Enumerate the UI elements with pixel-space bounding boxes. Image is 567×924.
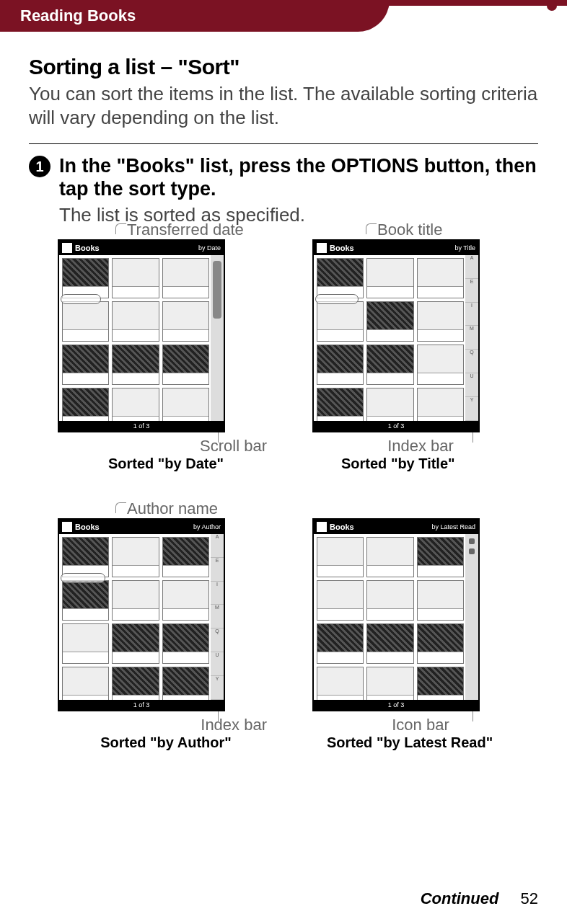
device-frame: Books by Title (312, 239, 480, 432)
breadcrumb-text: Reading Books (20, 6, 136, 25)
icon-bar[interactable] (465, 534, 478, 700)
index-letter[interactable]: I (465, 303, 478, 326)
book-thumb (317, 258, 364, 298)
screenshot-by-title: Book title Books by Title (312, 239, 529, 472)
device-footer: 1 of 3 (314, 700, 478, 710)
callout-index-bar: Index bar (58, 716, 274, 734)
highlight-date-pill (61, 294, 101, 304)
index-bar[interactable]: AEIMQUY (211, 534, 224, 700)
book-thumb (162, 580, 209, 621)
book-thumb (366, 258, 413, 298)
header-dot-icon (547, 1, 557, 11)
book-thumb (317, 345, 364, 385)
leader-line (218, 711, 219, 721)
book-thumb (417, 301, 464, 342)
book-thumb (317, 580, 364, 621)
book-thumb (162, 301, 209, 342)
index-letter[interactable]: M (465, 326, 478, 350)
index-letter[interactable]: I (211, 582, 224, 605)
book-thumb (112, 345, 159, 385)
highlight-title-pill (315, 294, 359, 304)
step-number-badge: 1 (29, 156, 50, 177)
book-grid (317, 258, 464, 428)
book-thumb (366, 537, 413, 577)
device-body (59, 255, 211, 421)
step-body: In the "Books" list, press the OPTIONS b… (59, 154, 538, 226)
caption-by-date: Sorted "by Date" (58, 456, 274, 472)
book-grid (317, 537, 464, 707)
divider (29, 143, 538, 144)
index-letter[interactable]: E (211, 558, 224, 582)
books-icon (317, 522, 327, 532)
device-frame: Books by Date (58, 239, 225, 432)
book-thumb (417, 580, 464, 621)
device-title: Books (330, 244, 354, 252)
scroll-bar[interactable] (211, 255, 224, 421)
index-letter[interactable]: E (465, 279, 478, 303)
book-thumb (366, 301, 413, 342)
books-icon (317, 243, 327, 253)
index-bar[interactable]: AEIMQUY (465, 255, 478, 421)
section-intro: You can sort the items in the list. The … (29, 82, 538, 129)
book-thumb (112, 537, 159, 577)
callout-index-bar: Index bar (312, 437, 529, 456)
sort-mode-label: by Title (454, 244, 475, 252)
book-thumb (366, 623, 413, 664)
book-thumb (417, 258, 464, 298)
sort-mode-label: by Date (198, 244, 221, 252)
book-thumb (417, 345, 464, 385)
screenshot-grid: Transferred date Books by Date (29, 239, 538, 751)
book-thumb (62, 537, 109, 577)
device-title: Books (75, 523, 100, 531)
book-thumb (417, 537, 464, 577)
screenshot-by-date: Transferred date Books by Date (58, 239, 274, 472)
book-thumb (317, 301, 364, 342)
book-thumb (317, 537, 364, 577)
page-header: Reading Books (29, 0, 538, 35)
device-body (59, 534, 211, 700)
device-footer: 1 of 3 (314, 421, 478, 431)
device-header: Books by Author (59, 520, 224, 534)
book-thumb (162, 623, 209, 664)
caption-by-title: Sorted "by Title" (312, 456, 529, 472)
device-header: Books by Latest Read (314, 520, 478, 534)
device-footer: 1 of 3 (59, 421, 224, 431)
callout-scroll-bar: Scroll bar (58, 437, 274, 456)
manual-page: Reading Books Sorting a list – "Sort" Yo… (0, 0, 567, 924)
book-thumb (62, 580, 109, 621)
device-body (314, 534, 465, 700)
index-letter[interactable]: M (211, 605, 224, 628)
screenshot-by-author: Author name Books by Author (58, 518, 274, 751)
icon-bar-item[interactable] (469, 538, 475, 544)
highlight-author-pill (61, 573, 105, 583)
device-title: Books (75, 244, 100, 252)
index-letter[interactable]: U (211, 652, 224, 676)
index-letter[interactable]: A (465, 255, 478, 279)
callout-transferred-date: Transferred date (127, 221, 244, 239)
device-header: Books by Title (314, 241, 478, 255)
icon-bar-item[interactable] (469, 548, 475, 554)
book-thumb (112, 580, 159, 621)
book-grid (62, 258, 209, 428)
index-letter[interactable]: Q (211, 628, 224, 652)
section-title: Sorting a list – "Sort" (29, 55, 538, 79)
book-thumb (162, 345, 209, 385)
device-frame: Books by Author (58, 518, 225, 711)
index-letter[interactable]: A (211, 534, 224, 558)
breadcrumb-bar: Reading Books (0, 0, 390, 32)
book-thumb (162, 537, 209, 577)
book-thumb (62, 345, 109, 385)
index-letter[interactable]: Y (465, 397, 478, 421)
page-footer: Continued 52 (421, 889, 538, 908)
index-letter[interactable]: U (465, 373, 478, 397)
index-letter[interactable]: Y (211, 676, 224, 700)
screenshot-by-latest-read: Books by Latest Read (312, 518, 529, 751)
index-letter[interactable]: Q (465, 350, 478, 373)
leader-line (472, 711, 473, 721)
continued-label: Continued (421, 889, 499, 907)
step-1: 1 In the "Books" list, press the OPTIONS… (29, 154, 538, 226)
device-header: Books by Date (59, 241, 224, 255)
book-thumb (112, 301, 159, 342)
callout-book-title: Book title (377, 221, 443, 239)
scroll-thumb[interactable] (213, 261, 221, 319)
